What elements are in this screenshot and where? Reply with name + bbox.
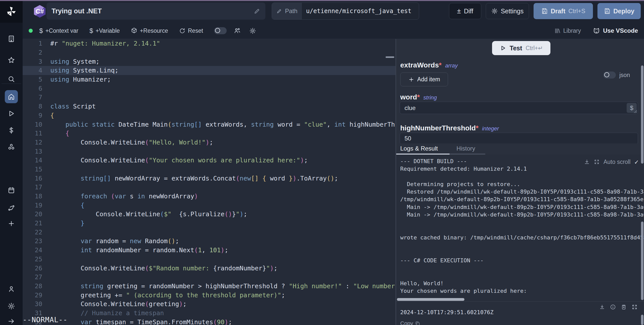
code-line-26[interactable]: 26 Console.WriteLine($"Random number: {r…: [23, 264, 395, 273]
code-line-32[interactable]: 32 var timespan = TimeSpan.FromMinutes(9…: [23, 317, 395, 325]
diff-button[interactable]: ± Diff: [449, 3, 481, 19]
library-icon: [554, 28, 561, 34]
sidebar-item-arrow-right-icon[interactable]: [5, 315, 18, 325]
logs-horizontal-scrollbar[interactable]: [397, 298, 464, 301]
code-line-5[interactable]: 5using Humanizer;: [23, 75, 395, 84]
logs-scrollbar[interactable]: [641, 222, 643, 300]
word-input[interactable]: clue $: [400, 102, 638, 114]
expand-icon[interactable]: [632, 304, 637, 310]
sidebar-item-star-icon[interactable]: [5, 54, 18, 67]
code-line-21[interactable]: 21 }: [23, 219, 395, 228]
line-number: 28: [23, 282, 42, 290]
log-line: Your chosen words are pluralized here:: [400, 287, 644, 295]
add-item-button[interactable]: Add item: [400, 73, 448, 86]
settings-button[interactable]: Settings: [486, 3, 529, 19]
line-number: 10: [23, 121, 42, 128]
add-variable-button[interactable]: $ +Variable: [90, 27, 120, 35]
test-button[interactable]: Test Ctrl+↵: [492, 41, 550, 55]
code-line-14[interactable]: 14 Console.WriteLine("Your chosen words …: [23, 156, 395, 165]
editor-settings-gear-icon[interactable]: [249, 27, 256, 34]
sidebar-item-boxes-icon[interactable]: [5, 140, 18, 154]
download-icon[interactable]: [584, 159, 590, 165]
json-toggle[interactable]: json: [603, 71, 630, 79]
script-title-field[interactable]: Trying out .NET: [47, 3, 265, 20]
code-text: class Script: [50, 103, 96, 110]
code-editor[interactable]: 1#r "nuget: Humanizer, 2.14.1"23using Sy…: [23, 39, 395, 325]
code-line-18[interactable]: 18 foreach (var s in newWordArray): [23, 192, 395, 201]
highnumberthreshold-input[interactable]: 50: [400, 133, 638, 144]
sidebar-item-calendar-icon[interactable]: [5, 184, 18, 197]
code-line-8[interactable]: 8class Script: [23, 102, 395, 111]
info-icon[interactable]: [610, 304, 616, 310]
line-number: 18: [23, 193, 42, 200]
code-text: string[] newWordArray = extraWords.Conca…: [50, 175, 338, 182]
result-box: 2024-12-10T17:29:51.6021076Z Copy: [396, 301, 644, 325]
line-number: 13: [23, 148, 42, 155]
path-field[interactable]: Path u/etienne/microsoft_java_test: [272, 3, 419, 20]
sidebar-item-plus-icon[interactable]: [5, 217, 18, 230]
code-line-10[interactable]: 10 public static DateTime Main(string[] …: [23, 120, 395, 129]
code-line-3[interactable]: 3using System;: [23, 57, 395, 66]
tab-logs-result[interactable]: Logs & Result: [396, 145, 442, 152]
code-line-22[interactable]: 22: [23, 228, 395, 237]
users-icon[interactable]: [234, 27, 241, 34]
code-line-28[interactable]: 28 string greeting = randomNumber > high…: [23, 282, 395, 291]
code-line-15[interactable]: 15: [23, 165, 395, 174]
draft-button[interactable]: Draft Ctrl+S: [534, 3, 593, 19]
code-line-2[interactable]: 2: [23, 48, 395, 57]
field-label-extrawords: extraWords* array: [400, 61, 458, 69]
copy-button[interactable]: Copy: [400, 320, 420, 325]
code-line-11[interactable]: 11 {: [23, 129, 395, 138]
code-line-23[interactable]: 23 var random = new Random();: [23, 237, 395, 246]
tab-history[interactable]: History: [452, 145, 479, 152]
sidebar-item-home-icon[interactable]: [5, 90, 18, 103]
expand-icon[interactable]: [594, 159, 599, 165]
use-vscode-button[interactable]: Use VScode: [593, 27, 638, 34]
log-line: [400, 219, 644, 226]
status-dot: [29, 29, 33, 33]
code-line-17[interactable]: 17: [23, 183, 395, 192]
add-context-var-button[interactable]: $ +Context var: [39, 27, 78, 35]
code-line-1[interactable]: 1#r "nuget: Humanizer, 2.14.1": [23, 39, 395, 48]
deploy-button[interactable]: Deploy: [597, 3, 641, 19]
code-line-16[interactable]: 16 string[] newWordArray = extraWords.Co…: [23, 174, 395, 183]
code-line-13[interactable]: 13: [23, 147, 395, 156]
code-line-9[interactable]: 9{: [23, 111, 395, 120]
line-number: 12: [23, 139, 42, 146]
logs-output[interactable]: --- DOTNET BUILD ---Requirement detected…: [396, 155, 644, 301]
sidebar-item-play-icon[interactable]: [5, 107, 18, 120]
code-line-31[interactable]: 31 // Humanize a timespan: [23, 309, 395, 318]
vim-mode-toggle[interactable]: [214, 27, 227, 34]
code-line-19[interactable]: 19 {: [23, 201, 395, 210]
log-line: --- C# CODE EXECUTION ---: [400, 257, 644, 264]
code-line-24[interactable]: 24 int randomNumber = random.Next(1, 101…: [23, 246, 395, 255]
sidebar-item-route-icon[interactable]: [5, 201, 18, 214]
sidebar-item-user-icon[interactable]: [5, 282, 18, 296]
code-line-12[interactable]: 12 Console.WriteLine("Hello, World!");: [23, 138, 395, 147]
library-button[interactable]: Library: [554, 27, 581, 34]
reset-button[interactable]: Reset: [179, 27, 203, 34]
scrollbar-indicator[interactable]: [386, 56, 394, 58]
windmill-logo-icon[interactable]: [0, 0, 23, 23]
code-line-27[interactable]: 27: [23, 273, 395, 282]
panel-scrollbar[interactable]: [641, 65, 643, 164]
edit-title-pencil-icon[interactable]: [254, 8, 260, 14]
log-line: Main -> /tmp/windmill/wk-default-89p2b-I…: [400, 203, 644, 211]
code-line-25[interactable]: 25: [23, 255, 395, 264]
download-icon[interactable]: [599, 304, 605, 310]
check-icon[interactable]: ✓: [634, 158, 638, 166]
code-line-4[interactable]: 4using System.Linq;: [23, 66, 395, 75]
code-line-7[interactable]: 7: [23, 93, 395, 102]
resize-handle[interactable]: [634, 110, 637, 113]
code-line-30[interactable]: 30 Console.WriteLine(greeting);: [23, 300, 395, 309]
result-value[interactable]: 2024-12-10T17:29:51.6021076Z: [400, 309, 494, 315]
result-scrollbar[interactable]: [641, 315, 643, 325]
sidebar-item-settings-icon[interactable]: [5, 300, 18, 313]
add-resource-button[interactable]: +Resource: [131, 27, 168, 34]
code-line-29[interactable]: 29 greeting += " (according to the thres…: [23, 291, 395, 300]
code-line-6[interactable]: 6: [23, 84, 395, 93]
code-line-20[interactable]: 20 Console.WriteLine($" {s.Pluralize()}"…: [23, 210, 395, 219]
sidebar-item-dollar-icon[interactable]: [5, 124, 18, 137]
clipboard-icon[interactable]: [621, 304, 627, 310]
sidebar-item-building-icon[interactable]: [5, 32, 18, 45]
